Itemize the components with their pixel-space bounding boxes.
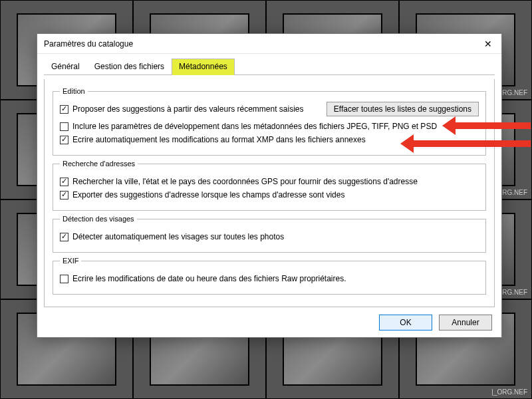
close-button[interactable]: ✕ <box>481 37 495 51</box>
label-gps-lookup: Rechercher la ville, l'état et le pays d… <box>72 177 418 186</box>
label-export-address: Exporter des suggestions d'adresse lorsq… <box>72 190 344 200</box>
section-edition: Edition Proposer des suggestions à parti… <box>53 87 486 156</box>
checkbox-gps-lookup[interactable] <box>60 178 68 186</box>
thumbnail-label: |_ORG.NEF <box>491 388 527 396</box>
section-legend: EXIF <box>60 257 81 265</box>
section-legend: Détection des visages <box>60 215 137 223</box>
ok-button[interactable]: OK <box>379 315 432 331</box>
checkbox-auto-xmp[interactable] <box>60 136 68 144</box>
checkbox-include-dev-settings[interactable] <box>60 122 68 131</box>
tabstrip: Général Gestion des fichiers Métadonnées <box>44 58 495 75</box>
dialog-footer: OK Annuler <box>37 307 501 337</box>
label-face-detect: Détecter automatiquement les visages sur… <box>72 232 284 241</box>
tab-file-management[interactable]: Gestion des fichiers <box>87 59 172 75</box>
checkbox-suggestions[interactable] <box>60 105 68 114</box>
checkbox-face-detect[interactable] <box>60 233 68 241</box>
label-include-dev-settings: Inclure les paramètres de développement … <box>72 122 437 131</box>
tab-panel-metadata: Edition Proposer des suggestions à parti… <box>44 79 495 307</box>
section-face-detection: Détection des visages Détecter automatiq… <box>53 215 486 253</box>
label-suggestions: Proposer des suggestions à partir des va… <box>72 104 304 114</box>
dialog-title: Paramètres du catalogue <box>44 39 133 49</box>
tab-metadata[interactable]: Métadonnées <box>172 59 235 75</box>
label-auto-xmp: Ecrire automatiquement les modifications… <box>72 135 366 144</box>
section-legend: Recherche d'adresses <box>60 160 138 168</box>
clear-suggestions-button[interactable]: Effacer toutes les listes de suggestions <box>327 102 479 116</box>
checkbox-exif-date[interactable] <box>60 275 68 283</box>
catalog-settings-dialog: Paramètres du catalogue ✕ Général Gestio… <box>37 33 502 338</box>
checkbox-export-address[interactable] <box>60 191 68 200</box>
tab-general[interactable]: Général <box>44 59 87 75</box>
cancel-button[interactable]: Annuler <box>439 315 492 331</box>
label-exif-date: Ecrire les modifications de date ou heur… <box>72 274 346 283</box>
section-address-lookup: Recherche d'adresses Rechercher la ville… <box>53 160 486 211</box>
section-exif: EXIF Ecrire les modifications de date ou… <box>53 257 486 295</box>
section-legend: Edition <box>60 87 88 95</box>
dialog-titlebar: Paramètres du catalogue ✕ <box>37 34 501 54</box>
